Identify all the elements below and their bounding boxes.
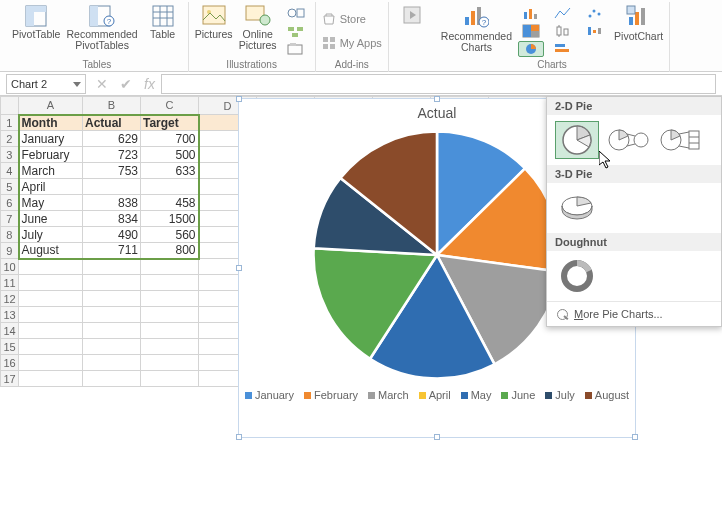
- pivottable-button[interactable]: PivotTable: [12, 5, 60, 57]
- formula-input[interactable]: [161, 74, 716, 94]
- col-header[interactable]: C: [141, 97, 199, 115]
- cell[interactable]: August: [19, 243, 83, 259]
- cell[interactable]: [19, 259, 83, 275]
- cell[interactable]: [19, 275, 83, 291]
- cell[interactable]: Target: [141, 115, 199, 131]
- insert-waterfall-chart-button[interactable]: [582, 23, 608, 39]
- pie-chart-plot[interactable]: [307, 125, 567, 385]
- insert-statistic-chart-button[interactable]: [550, 23, 576, 39]
- legend-item[interactable]: April: [419, 389, 451, 401]
- cell[interactable]: [83, 275, 141, 291]
- cell[interactable]: 838: [83, 195, 141, 211]
- cell[interactable]: [141, 355, 199, 371]
- cell[interactable]: 1500: [141, 211, 199, 227]
- name-box[interactable]: Chart 2: [6, 74, 86, 94]
- recommended-charts-button[interactable]: ? Recommended Charts: [441, 5, 512, 57]
- cell[interactable]: [83, 291, 141, 307]
- resize-handle[interactable]: [236, 265, 242, 271]
- cell[interactable]: [19, 339, 83, 355]
- shapes-button[interactable]: [283, 5, 309, 21]
- row-header[interactable]: 16: [1, 355, 19, 371]
- cell[interactable]: [19, 371, 83, 387]
- pictures-button[interactable]: Pictures: [195, 5, 233, 57]
- insert-pie-chart-button[interactable]: [518, 41, 544, 57]
- row-header[interactable]: 4: [1, 163, 19, 179]
- cell[interactable]: 723: [83, 147, 141, 163]
- more-pie-charts-link[interactable]: More Pie Charts...: [547, 301, 721, 326]
- cell[interactable]: [83, 355, 141, 371]
- row-header[interactable]: 13: [1, 307, 19, 323]
- cell[interactable]: [83, 323, 141, 339]
- bar-of-pie-option[interactable]: [659, 121, 703, 159]
- screenshot-button[interactable]: [283, 41, 309, 57]
- row-header[interactable]: 8: [1, 227, 19, 243]
- legend-item[interactable]: January: [245, 389, 294, 401]
- store-button[interactable]: Store: [322, 10, 382, 28]
- cell[interactable]: June: [19, 211, 83, 227]
- row-header[interactable]: 2: [1, 131, 19, 147]
- cell[interactable]: [141, 339, 199, 355]
- cell[interactable]: [19, 323, 83, 339]
- cell[interactable]: January: [19, 131, 83, 147]
- pie-2d-option[interactable]: [555, 121, 599, 159]
- chart-legend[interactable]: JanuaryFebruaryMarchAprilMayJuneJulyAugu…: [239, 389, 635, 401]
- row-header[interactable]: 12: [1, 291, 19, 307]
- row-header[interactable]: 10: [1, 259, 19, 275]
- cell[interactable]: [83, 339, 141, 355]
- cell[interactable]: Month: [19, 115, 83, 131]
- table-button[interactable]: Table: [144, 5, 182, 57]
- legend-item[interactable]: February: [304, 389, 358, 401]
- cell[interactable]: [141, 371, 199, 387]
- insert-column-chart-button[interactable]: [518, 5, 544, 21]
- legend-item[interactable]: June: [501, 389, 535, 401]
- resize-handle[interactable]: [434, 434, 440, 440]
- recommended-pivottables-button[interactable]: ? Recommended PivotTables: [66, 5, 137, 57]
- myapps-button[interactable]: My Apps: [322, 34, 382, 52]
- col-header[interactable]: B: [83, 97, 141, 115]
- cell[interactable]: [141, 259, 199, 275]
- cancel-formula-icon[interactable]: ✕: [96, 76, 108, 92]
- cell[interactable]: Actual: [83, 115, 141, 131]
- cell[interactable]: [19, 355, 83, 371]
- cell[interactable]: 753: [83, 163, 141, 179]
- cell[interactable]: 560: [141, 227, 199, 243]
- pie-3d-option[interactable]: [555, 189, 599, 227]
- insert-function-icon[interactable]: fx: [144, 76, 155, 92]
- row-header[interactable]: 15: [1, 339, 19, 355]
- cell[interactable]: [141, 179, 199, 195]
- bingmaps-button[interactable]: [393, 5, 431, 57]
- cell[interactable]: [83, 371, 141, 387]
- row-header[interactable]: 17: [1, 371, 19, 387]
- legend-item[interactable]: August: [585, 389, 629, 401]
- row-header[interactable]: 7: [1, 211, 19, 227]
- cell[interactable]: [141, 291, 199, 307]
- insert-scatter-chart-button[interactable]: [582, 5, 608, 21]
- cell[interactable]: May: [19, 195, 83, 211]
- resize-handle[interactable]: [434, 96, 440, 102]
- legend-item[interactable]: July: [545, 389, 575, 401]
- insert-line-chart-button[interactable]: [550, 5, 576, 21]
- cell[interactable]: 834: [83, 211, 141, 227]
- cell[interactable]: 500: [141, 147, 199, 163]
- row-header[interactable]: 6: [1, 195, 19, 211]
- cell[interactable]: February: [19, 147, 83, 163]
- cell[interactable]: [19, 291, 83, 307]
- cell[interactable]: [141, 275, 199, 291]
- cell[interactable]: [83, 307, 141, 323]
- row-header[interactable]: 11: [1, 275, 19, 291]
- legend-item[interactable]: March: [368, 389, 409, 401]
- row-header[interactable]: 5: [1, 179, 19, 195]
- cell[interactable]: [141, 323, 199, 339]
- resize-handle[interactable]: [236, 96, 242, 102]
- pivotchart-button[interactable]: PivotChart: [614, 5, 663, 57]
- cell[interactable]: [141, 307, 199, 323]
- cell[interactable]: 629: [83, 131, 141, 147]
- resize-handle[interactable]: [236, 434, 242, 440]
- row-header[interactable]: 14: [1, 323, 19, 339]
- cell[interactable]: [83, 259, 141, 275]
- cell[interactable]: April: [19, 179, 83, 195]
- cell[interactable]: [83, 179, 141, 195]
- col-header[interactable]: A: [19, 97, 83, 115]
- cell[interactable]: 633: [141, 163, 199, 179]
- online-pictures-button[interactable]: Online Pictures: [239, 5, 277, 57]
